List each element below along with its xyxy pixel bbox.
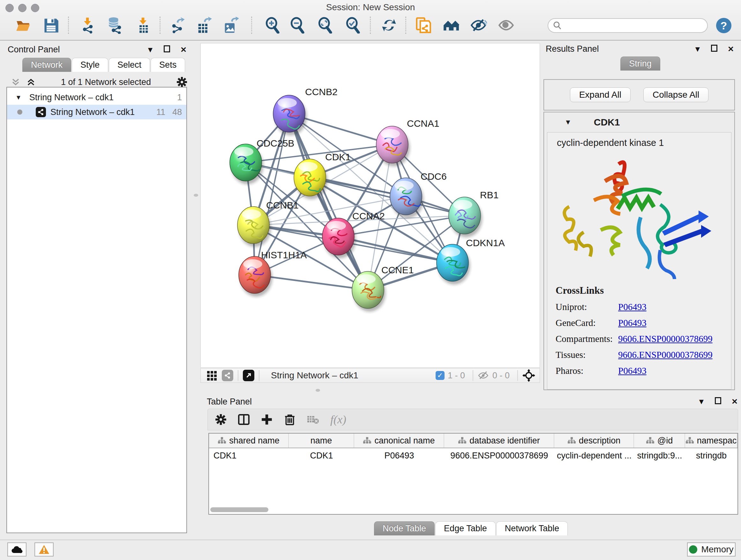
collapse-all-networks-icon[interactable]: [26, 77, 36, 87]
table-cell[interactable]: CDK1: [289, 448, 354, 463]
node-table[interactable]: shared namenamecanonical namedatabase id…: [208, 433, 738, 515]
tab-select[interactable]: Select: [109, 58, 150, 72]
node-label-RB1: RB1: [480, 190, 498, 200]
network-canvas[interactable]: CCNB2CCNA1CDC25BCDK1CDC6RB1CCNB1CCNA2CDK…: [200, 43, 540, 368]
tab-edge-table[interactable]: Edge Table: [435, 521, 495, 536]
zoom-out-button[interactable]: [289, 17, 306, 34]
network-node-CDC6[interactable]: CDC6: [390, 171, 447, 218]
search-input[interactable]: [562, 21, 699, 30]
results-panel-menu-button[interactable]: ▼: [693, 45, 702, 54]
column-header-name[interactable]: name: [289, 434, 354, 448]
tab-node-table[interactable]: Node Table: [374, 521, 434, 536]
apply-layout-button[interactable]: [381, 17, 398, 34]
column-header-namespac[interactable]: namespac: [685, 434, 738, 448]
horizontal-splitter-handle[interactable]: [316, 389, 320, 392]
import-network-from-file-button[interactable]: [79, 17, 96, 34]
crosslink-link[interactable]: P06493: [618, 318, 647, 328]
table-cell[interactable]: stringdb:9...: [634, 448, 685, 463]
crosslink-link[interactable]: P06493: [618, 302, 647, 312]
open-session-button[interactable]: [15, 17, 32, 34]
birds-eye-crosshair-icon[interactable]: [522, 369, 535, 382]
selected-checkbox-icon[interactable]: ✓: [435, 371, 445, 380]
tab-string[interactable]: String: [620, 57, 660, 71]
column-header-description[interactable]: description: [554, 434, 634, 448]
new-network-from-selection-button[interactable]: [414, 17, 432, 34]
table-panel-float-button[interactable]: [714, 397, 722, 406]
cloud-status-button[interactable]: [7, 543, 26, 557]
show-all-button[interactable]: [497, 17, 515, 34]
crosslink-link[interactable]: 9606.ENSP00000378699: [618, 350, 713, 360]
warning-icon: [39, 545, 50, 554]
help-button[interactable]: ?: [716, 18, 731, 33]
zoom-selected-button[interactable]: [344, 17, 361, 34]
table-options-gear-icon[interactable]: [215, 414, 227, 426]
import-network-from-database-button[interactable]: [106, 17, 123, 34]
column-header-label: database identifier: [469, 436, 540, 446]
tab-network[interactable]: Network: [22, 58, 71, 72]
network-view-icon[interactable]: [222, 370, 233, 381]
network-node-RB1[interactable]: RB1: [449, 190, 498, 237]
zoom-in-button[interactable]: [264, 17, 281, 34]
crosslink-link[interactable]: 9606.ENSP00000378699: [618, 334, 713, 344]
grid-view-icon[interactable]: [206, 370, 217, 381]
network-graph[interactable]: CCNB2CCNA1CDC25BCDK1CDC6RB1CCNB1CCNA2CDK…: [201, 44, 540, 368]
add-column-icon[interactable]: [261, 414, 273, 426]
table-cell[interactable]: cyclin-dependent ...: [554, 448, 634, 463]
delete-column-trash-icon[interactable]: [284, 414, 296, 426]
tab-style[interactable]: Style: [72, 58, 108, 72]
control-panel-float-button[interactable]: [163, 45, 171, 54]
network-node-CDKN1A[interactable]: CDKN1A: [436, 238, 505, 285]
column-header-database-identifier[interactable]: database identifier: [444, 434, 554, 448]
table-cell[interactable]: P06493: [354, 448, 444, 463]
tree-expander-icon[interactable]: ▼: [15, 94, 22, 101]
protein-expander-icon[interactable]: ▼: [564, 118, 571, 126]
import-table-from-file-button[interactable]: [134, 17, 151, 34]
results-panel-close-button[interactable]: ✕: [727, 45, 735, 54]
network-node-CDC25B[interactable]: CDC25B: [230, 138, 294, 184]
string-home-button[interactable]: [443, 17, 460, 34]
column-header-@id[interactable]: @id: [634, 434, 685, 448]
network-node-HIST1H1A[interactable]: HIST1H1A: [239, 250, 307, 297]
export-network-button[interactable]: [169, 17, 186, 34]
network-row[interactable]: String Network – cdk1 11 48: [7, 105, 186, 119]
network-collection-row[interactable]: ▼ String Network – cdk1 1: [7, 90, 186, 105]
network-node-CDK1[interactable]: CDK1: [294, 152, 351, 199]
export-image-button[interactable]: [222, 17, 239, 34]
table-row[interactable]: CDK1CDK1P064939606.ENSP00000378699cyclin…: [209, 448, 738, 463]
protein-structure-image: [550, 151, 729, 279]
column-header-canonical-name[interactable]: canonical name: [354, 434, 444, 448]
warnings-button[interactable]: [35, 543, 54, 557]
table-panel-close-button[interactable]: ✕: [731, 397, 739, 406]
network-edge[interactable]: [289, 114, 368, 290]
export-network-icon: [169, 17, 186, 34]
show-columns-icon[interactable]: [238, 414, 250, 426]
export-table-button[interactable]: [195, 17, 212, 34]
table-cell[interactable]: stringdb: [685, 448, 738, 463]
network-options-gear-icon[interactable]: [176, 76, 188, 88]
horizontal-scrollbar[interactable]: [210, 507, 268, 512]
expand-all-button[interactable]: Expand All: [570, 87, 630, 102]
table-cell[interactable]: CDK1: [209, 448, 289, 463]
tab-network-table[interactable]: Network Table: [496, 521, 568, 536]
table-panel-menu-button[interactable]: ▼: [697, 397, 705, 406]
hide-selected-button[interactable]: [470, 17, 487, 34]
export-image-icon: [222, 17, 239, 34]
search-field[interactable]: [548, 18, 708, 33]
network-node-CCNE1[interactable]: CCNE1: [352, 265, 414, 312]
zoom-fit-button[interactable]: [317, 17, 334, 34]
memory-button[interactable]: Memory: [687, 543, 736, 557]
table-cell[interactable]: 9606.ENSP00000378699: [444, 448, 554, 463]
vertical-splitter-handle[interactable]: [194, 194, 198, 197]
column-header-shared-name[interactable]: shared name: [209, 434, 289, 448]
crosslink-link[interactable]: P06493: [618, 366, 647, 376]
save-session-button[interactable]: [43, 17, 60, 34]
control-panel-close-button[interactable]: ✕: [179, 45, 188, 54]
table-header-row: shared namenamecanonical namedatabase id…: [209, 434, 738, 448]
control-panel-menu-button[interactable]: ▼: [146, 45, 154, 54]
expand-all-networks-icon[interactable]: [11, 77, 20, 87]
collapse-all-button[interactable]: Collapse All: [643, 87, 709, 102]
detach-view-icon[interactable]: [243, 370, 254, 381]
zoom-fit-icon: [317, 17, 333, 34]
tab-sets[interactable]: Sets: [151, 58, 185, 72]
results-panel-float-button[interactable]: [710, 45, 718, 54]
